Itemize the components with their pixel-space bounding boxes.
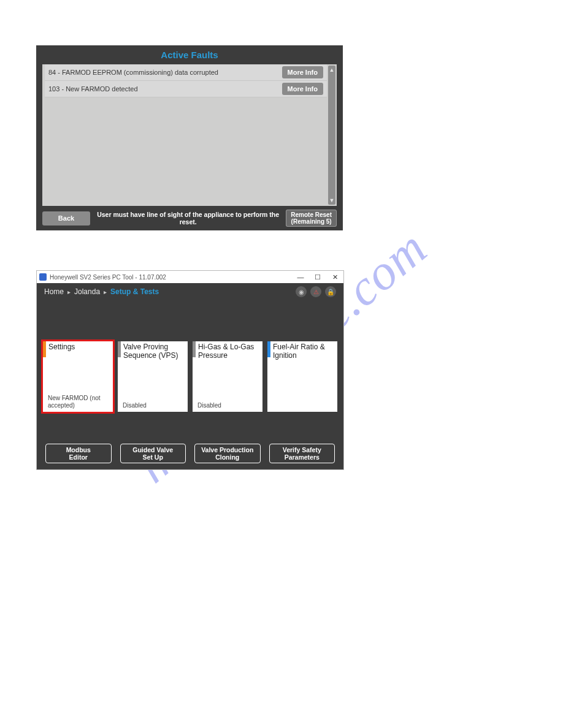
maximize-button[interactable]: ☐ (309, 271, 326, 283)
card-vps[interactable]: Valve Proving Sequence (VPS) Disabled (118, 341, 188, 412)
btn-line2: Parameters (285, 453, 320, 461)
btn-line2: Cloning (215, 453, 239, 461)
card-title: Fuel-Air Ratio & Ignition (273, 343, 335, 360)
breadcrumb-device[interactable]: Jolanda (74, 287, 100, 296)
btn-line1: Modbus (66, 446, 91, 453)
lock-icon[interactable]: 🔒 (325, 286, 336, 297)
card-title: Hi-Gas & Lo-Gas Pressure (198, 343, 260, 360)
valve-production-cloning-button[interactable]: Valve Production Cloning (194, 444, 261, 463)
camera-icon[interactable]: ◉ (296, 286, 307, 297)
card-gas-pressure[interactable]: Hi-Gas & Lo-Gas Pressure Disabled (193, 341, 262, 412)
window-title: Honeywell SV2 Series PC Tool - 11.07.002 (50, 274, 166, 281)
window-titlebar: Honeywell SV2 Series PC Tool - 11.07.002… (37, 271, 343, 284)
card-accent (267, 341, 270, 357)
fault-row: 84 - FARMOD EEPROM (commissioning) data … (45, 64, 327, 81)
card-status: New FARMOD (not accepted) (48, 395, 110, 409)
close-button[interactable]: ✕ (326, 271, 343, 283)
card-settings[interactable]: Settings New FARMOD (not accepted) (43, 341, 113, 412)
breadcrumb-home[interactable]: Home (44, 287, 64, 296)
chevron-right-icon: ▸ (104, 289, 107, 295)
minimize-button[interactable]: — (292, 271, 309, 283)
btn-line1: Guided Valve (132, 446, 173, 453)
bottom-button-bar: Modbus Editor Guided Valve Set Up Valve … (45, 444, 335, 463)
breadcrumb-current: Setup & Tests (110, 287, 159, 296)
card-status: Disabled (123, 402, 185, 409)
fault-row: 103 - New FARMOD detected More Info (45, 81, 327, 97)
faults-list-container: 84 - FARMOD EEPROM (commissioning) data … (42, 64, 337, 206)
alert-icon[interactable]: ⚠ (310, 286, 321, 297)
fault-text: 84 - FARMOD EEPROM (commissioning) data … (48, 69, 282, 76)
guided-valve-setup-button[interactable]: Guided Valve Set Up (120, 444, 186, 463)
scroll-up-icon[interactable]: ▲ (328, 66, 335, 74)
verify-safety-parameters-button[interactable]: Verify Safety Parameters (269, 444, 335, 463)
app-icon (39, 273, 47, 281)
card-accent (193, 341, 196, 357)
fault-text: 103 - New FARMOD detected (48, 85, 282, 93)
btn-line1: Valve Production (201, 446, 253, 453)
card-title: Settings (48, 343, 110, 352)
card-accent (43, 341, 46, 357)
setup-tests-window: Honeywell SV2 Series PC Tool - 11.07.002… (36, 270, 344, 470)
breadcrumb: Home ▸ Jolanda ▸ Setup & Tests ◉ ⚠ 🔒 (37, 283, 343, 300)
modbus-editor-button[interactable]: Modbus Editor (45, 444, 112, 463)
remote-reset-line2: (Remaining 5) (291, 218, 332, 225)
reset-notice: User must have line of sight of the appl… (96, 211, 280, 226)
card-fuel-air[interactable]: Fuel-Air Ratio & Ignition (267, 341, 337, 412)
panel-footer: Back User must have line of sight of the… (42, 209, 337, 227)
active-faults-panel: Active Faults 84 - FARMOD EEPROM (commis… (36, 45, 343, 230)
cards-row: Settings New FARMOD (not accepted) Valve… (43, 341, 337, 412)
panel-title: Active Faults (36, 50, 343, 60)
scroll-down-icon[interactable]: ▼ (328, 196, 335, 205)
remote-reset-button[interactable]: Remote Reset (Remaining 5) (286, 210, 337, 227)
remote-reset-line1: Remote Reset (291, 211, 332, 218)
chevron-right-icon: ▸ (67, 289, 71, 295)
btn-line2: Editor (69, 453, 88, 461)
card-status: Disabled (197, 402, 260, 409)
more-info-button[interactable]: More Info (282, 66, 324, 78)
card-title: Valve Proving Sequence (VPS) (123, 343, 185, 360)
more-info-button[interactable]: More Info (282, 83, 324, 95)
card-accent (118, 341, 121, 357)
window-body: Home ▸ Jolanda ▸ Setup & Tests ◉ ⚠ 🔒 Set… (37, 283, 343, 469)
scrollbar[interactable]: ▲ ▼ (328, 66, 335, 205)
btn-line2: Set Up (143, 453, 163, 461)
back-button[interactable]: Back (42, 211, 90, 226)
btn-line1: Verify Safety (283, 446, 321, 453)
